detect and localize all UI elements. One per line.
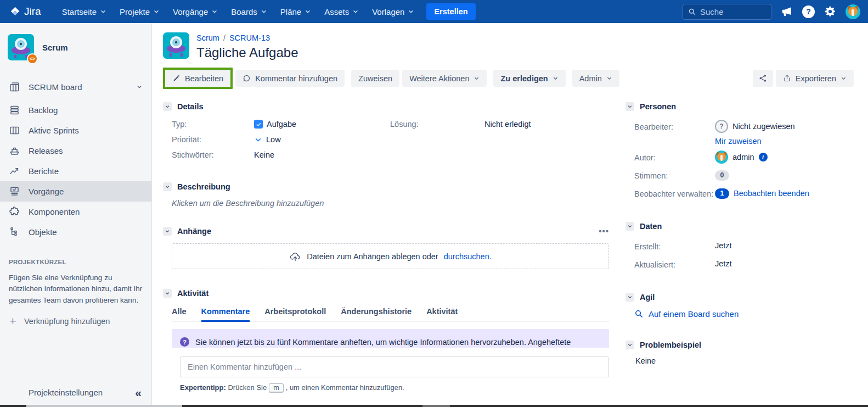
details-section: Details Typ: Aufgabe xyxy=(163,102,609,166)
avatar-detail xyxy=(852,9,854,16)
nav-item-boards[interactable]: Boards xyxy=(224,0,274,23)
question-icon: ? xyxy=(806,7,811,16)
issue-example-value: Keine xyxy=(625,356,860,365)
status-button[interactable]: Zu erledigen xyxy=(493,70,565,87)
collapse-people-toggle[interactable] xyxy=(625,102,634,111)
plus-icon xyxy=(9,317,17,325)
cloud-upload-icon xyxy=(289,250,301,263)
share-button[interactable] xyxy=(753,70,773,87)
watchers-badge[interactable]: 1 xyxy=(715,188,729,199)
attachment-dropzone[interactable]: Dateien zum Anhängen ablegen oder durchs… xyxy=(172,243,609,269)
avatar-detail xyxy=(14,55,16,58)
create-button[interactable]: Erstellen xyxy=(426,3,475,20)
chevron-down-icon xyxy=(408,8,414,15)
nav-item-projekte[interactable]: Projekte xyxy=(113,0,166,23)
collapse-attachments-toggle[interactable] xyxy=(163,227,172,236)
nav-item-plaene[interactable]: Pläne xyxy=(274,0,318,23)
help-button[interactable]: ? xyxy=(802,5,815,18)
chevron-down-icon xyxy=(474,75,480,81)
sidebar-item-aktive-sprints[interactable]: Aktive Sprints xyxy=(0,120,151,141)
code-badge-icon: <> xyxy=(27,53,38,64)
sidebar-item-vorgaenge[interactable]: Vorgänge xyxy=(0,181,151,202)
export-icon xyxy=(783,74,791,82)
sidebar-item-backlog[interactable]: Backlog xyxy=(0,100,151,120)
search-icon xyxy=(634,309,644,319)
votes-badge[interactable]: 0 xyxy=(715,170,729,181)
nav-item-vorgaenge[interactable]: Vorgänge xyxy=(166,0,224,23)
window-edge xyxy=(0,405,26,407)
info-icon[interactable]: i xyxy=(759,153,768,161)
global-search[interactable] xyxy=(683,4,771,20)
keyboard-key-m: m xyxy=(269,383,283,393)
settings-button[interactable] xyxy=(824,5,836,18)
user-avatar[interactable] xyxy=(846,4,860,19)
sidebar-item-scrum-board[interactable]: SCRUM board xyxy=(0,77,151,97)
tab-kommentare[interactable]: Kommentare xyxy=(201,307,250,321)
breadcrumb-separator: / xyxy=(223,34,226,42)
avatar-detail xyxy=(170,53,172,57)
chevron-down-icon xyxy=(606,75,612,81)
tab-alle[interactable]: Alle xyxy=(172,307,187,321)
chevron-down-icon xyxy=(153,8,160,15)
sidebar-item-releases[interactable]: Releases xyxy=(0,141,151,161)
people-section: Personen Bearbeiter: ? Nicht zugewiesen … xyxy=(625,102,860,200)
updated-label: Aktualisiert: xyxy=(634,258,715,271)
window-edge xyxy=(26,405,182,407)
sidebar-item-berichte[interactable]: Berichte xyxy=(0,161,151,181)
export-button[interactable]: Exportieren xyxy=(776,70,854,87)
labels-value[interactable]: Keine xyxy=(254,150,274,159)
assign-button[interactable]: Zuweisen xyxy=(351,70,399,87)
sidebar-item-objekte[interactable]: Objekte xyxy=(0,222,151,242)
collapse-agile-toggle[interactable] xyxy=(625,293,634,302)
priority-value[interactable]: Low xyxy=(254,135,281,144)
nav-item-startseite[interactable]: Startseite xyxy=(55,0,113,23)
stop-watching-link[interactable]: Beobachten beenden xyxy=(734,189,809,198)
nav-item-assets[interactable]: Assets xyxy=(318,0,365,23)
nav-item-vorlagen[interactable]: Vorlagen xyxy=(365,0,421,23)
issue-title: Tägliche Aufgabe xyxy=(196,45,298,60)
breadcrumb-project-link[interactable]: Scrum xyxy=(196,34,219,42)
edit-button[interactable]: Bearbeiten xyxy=(165,70,230,87)
chevron-down-icon[interactable] xyxy=(136,82,143,92)
comment-bubble-icon xyxy=(243,74,251,82)
collapse-example-toggle[interactable] xyxy=(625,341,634,349)
breadcrumb-issue-link[interactable]: SCRUM-13 xyxy=(229,34,270,42)
description-placeholder[interactable]: Klicken um die Beschreibung hinzuzufügen xyxy=(163,199,609,208)
more-icon[interactable]: ••• xyxy=(599,226,609,236)
sidebar-item-komponenten[interactable]: Komponenten xyxy=(0,202,151,222)
add-comment-button[interactable]: Kommentar hinzufügen xyxy=(235,70,345,87)
shortcuts-description: Fügen Sie eine Verknüpfung zu nützlichen… xyxy=(9,272,143,306)
tab-aktivitaet[interactable]: Aktivität xyxy=(426,307,458,321)
window-edge xyxy=(422,405,450,407)
issue-toolbar: Bearbeiten Kommentar hinzufügen Zuweisen… xyxy=(163,68,868,89)
project-avatar[interactable]: <> xyxy=(8,34,34,60)
attachments-section: Anhänge ••• Dateien zum Anhängen ablegen… xyxy=(163,226,609,269)
tab-arbeitsprotokoll[interactable]: Arbeitsprotokoll xyxy=(264,307,326,321)
avatar-detail xyxy=(181,53,183,57)
tab-aenderungshistorie[interactable]: Änderungshistorie xyxy=(341,307,412,321)
type-value[interactable]: Aufgabe xyxy=(254,120,296,129)
collapse-sidebar-icon[interactable]: « xyxy=(135,387,142,398)
collapse-details-toggle[interactable] xyxy=(163,102,172,111)
search-input[interactable] xyxy=(700,7,766,16)
assign-to-me-link[interactable]: Mir zuweisen xyxy=(715,137,762,146)
comment-footer: Expertentipp: Drücken Siem, um einen Kom… xyxy=(163,348,618,407)
collapse-description-toggle[interactable] xyxy=(163,182,172,191)
add-shortcut-link[interactable]: Verknüpfung hinzufügen xyxy=(9,317,143,326)
more-actions-button[interactable]: Weitere Aktionen xyxy=(402,70,487,87)
board-icon xyxy=(9,81,20,93)
project-settings[interactable]: Projekteinstellungen « xyxy=(0,387,151,398)
view-on-board-link[interactable]: Auf einem Board suchen xyxy=(625,309,860,319)
avatar-detail xyxy=(720,155,723,161)
browse-files-link[interactable]: durchsuchen. xyxy=(444,252,492,261)
logo-text: Jira xyxy=(24,5,41,18)
collapse-activity-toggle[interactable] xyxy=(163,289,172,298)
comment-input[interactable] xyxy=(180,356,609,377)
collapse-dates-toggle[interactable] xyxy=(625,222,634,231)
admin-button[interactable]: Admin xyxy=(572,70,619,87)
share-icon xyxy=(758,74,768,83)
updated-value: Jetzt xyxy=(715,258,732,271)
jira-logo[interactable]: Jira xyxy=(9,5,41,18)
shortcuts-heading: PROJEKTKÜRZEL xyxy=(9,259,143,265)
announcements-button[interactable] xyxy=(781,5,793,18)
